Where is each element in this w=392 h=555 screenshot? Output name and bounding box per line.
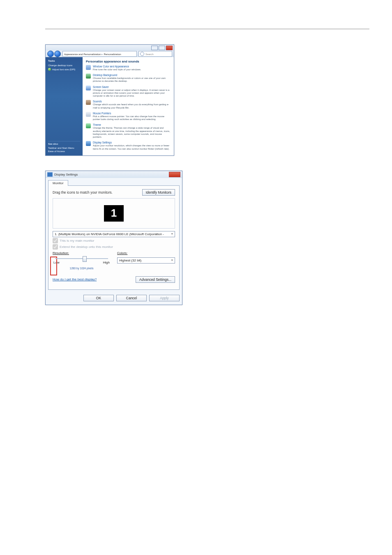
see-also: See also Taskbar and Start Menu Ease of … [48,141,80,154]
item-title[interactable]: Window Color and Appearance [93,65,141,68]
slider-thumb[interactable] [83,256,87,262]
titlebar: Display Settings [46,171,182,178]
item-window-color: Window Color and Appearance Fine tune th… [86,65,171,71]
tabs: Monitor [46,178,182,185]
item-screen-saver: Screen Saver Change your screen saver or… [86,86,171,98]
see-also-ease[interactable]: Ease of Access [48,150,80,153]
highlight-box [50,257,57,275]
resolution-slider[interactable]: Low High 1280 by 1024 pixels [53,258,111,270]
item-title[interactable]: Display Settings [93,141,171,144]
palette-icon [86,65,91,70]
maximize-button[interactable] [159,46,165,50]
monitor-arrange-area[interactable]: 1 [53,198,175,229]
slider-high: High [103,261,110,264]
colors-label: Colors: [117,251,175,255]
cursor-icon [86,112,91,117]
checkbox-extend [53,244,58,250]
cancel-button[interactable]: Cancel [116,295,147,301]
titlebar [46,45,174,51]
item-desc: Fine tune the color and style of your wi… [93,68,141,71]
monitor-thumbnail[interactable]: 1 [104,205,124,222]
resolution-caption: 1280 by 1024 pixels [53,267,111,270]
item-title[interactable]: Theme [93,123,171,126]
tab-monitor[interactable]: Monitor [48,180,68,186]
tasks-header: Tasks [48,60,80,63]
check-extend-desktop: Extend the desktop onto this monitor [53,244,175,250]
item-title[interactable]: Mouse Pointers [93,112,171,115]
search-placeholder: Search [145,53,154,56]
item-theme: Theme Change the theme. Themes can chang… [86,123,171,139]
search-box[interactable]: Search [138,51,172,57]
image-icon [86,74,91,79]
dropdown-value: 1. (Multiple Monitors) on NVIDIA GeForce… [55,232,164,236]
back-button[interactable] [47,51,54,57]
monitor-icon [47,172,53,177]
item-title[interactable]: Sounds [93,100,171,103]
colors-block: Colors: Highest (32 bit) ▾ [117,251,175,270]
see-also-taskbar[interactable]: Taskbar and Start Menu [48,147,80,150]
display-settings-dialog: Display Settings Monitor Drag the icons … [45,171,182,305]
slider-low: Low [53,261,60,264]
chevron-down-icon: ▾ [171,259,173,262]
resolution-label: Resolution: [53,251,111,255]
item-desc: Pick a different mouse pointer. You can … [93,115,171,121]
item-title[interactable]: Screen Saver [93,86,171,88]
item-desc: Change the theme. Themes can change a wi… [93,127,171,139]
theme-icon [86,123,91,128]
item-desc: Adjust your monitor resolution, which ch… [93,144,171,150]
monitor-dropdown[interactable]: 1. (Multiple Monitors) on NVIDIA GeForce… [53,231,175,237]
item-title[interactable]: Desktop Background [93,74,171,76]
checkbox-main [53,238,58,243]
see-also-header: See also [48,143,80,146]
breadcrumb[interactable]: Appearance and Personalization ▸ Persona… [62,51,137,57]
colors-dropdown[interactable]: Highest (32 bit) ▾ [117,257,175,264]
instruction-text: Drag the icons to match your monitors. [53,190,113,194]
close-button[interactable] [169,172,180,177]
item-sounds: Sounds Change which sounds are heard whe… [86,100,171,109]
item-desc: Change your screen saver or adjust when … [93,89,171,98]
colors-value: Highest (32 bit) [119,259,141,262]
breadcrumb-sep-icon: ▸ [101,53,103,56]
ok-button[interactable]: OK [83,295,114,301]
dialog-buttons: OK Cancel Apply [46,292,182,305]
search-icon [140,52,144,56]
identify-monitors-button[interactable]: Identify Monitors [142,189,175,196]
sidebar: Tasks Change desktop icons Adjust font s… [46,57,83,155]
minimize-button[interactable] [151,46,158,50]
item-desc: Choose from available backgrounds or col… [93,77,171,83]
advanced-settings-button[interactable]: Advanced Settings... [136,276,175,283]
chevron-down-icon: ▾ [171,232,173,236]
resolution-block: Resolution: Low High 1280 by 1024 pixels [53,251,111,270]
help-link[interactable]: How do I get the best display? [53,278,97,281]
forward-button[interactable] [54,51,61,57]
item-mouse-pointers: Mouse Pointers Pick a different mouse po… [86,112,171,121]
speaker-icon [86,100,91,105]
main-pane: Personalize appearance and sounds Window… [83,57,174,155]
page-rule [45,29,369,29]
monitor-panel: Drag the icons to match your monitors. I… [48,185,180,290]
address-bar: Appearance and Personalization ▸ Persona… [46,51,174,57]
item-desktop-background: Desktop Background Choose from available… [86,74,171,83]
nav-buttons [47,51,61,57]
apply-button: Apply [149,295,180,301]
screensaver-icon [86,86,91,90]
sidebar-link-desktop-icons[interactable]: Change desktop icons [48,64,80,67]
page-heading: Personalize appearance and sounds [86,60,171,63]
item-display-settings: Display Settings Adjust your monitor res… [86,141,171,150]
check-main-monitor: This is my main monitor [53,238,175,243]
item-desc: Change which sounds are heard when you d… [93,103,171,109]
breadcrumb-level2: Personalization [104,53,121,56]
sidebar-link-dpi[interactable]: Adjust font size (DPI) [48,68,80,72]
breadcrumb-level1: Appearance and Personalization [64,53,101,56]
shield-icon [48,68,51,71]
close-button[interactable] [166,46,173,50]
monitor-icon [86,141,91,146]
personalization-window: Appearance and Personalization ▸ Persona… [45,44,174,156]
dialog-title: Display Settings [54,173,78,176]
